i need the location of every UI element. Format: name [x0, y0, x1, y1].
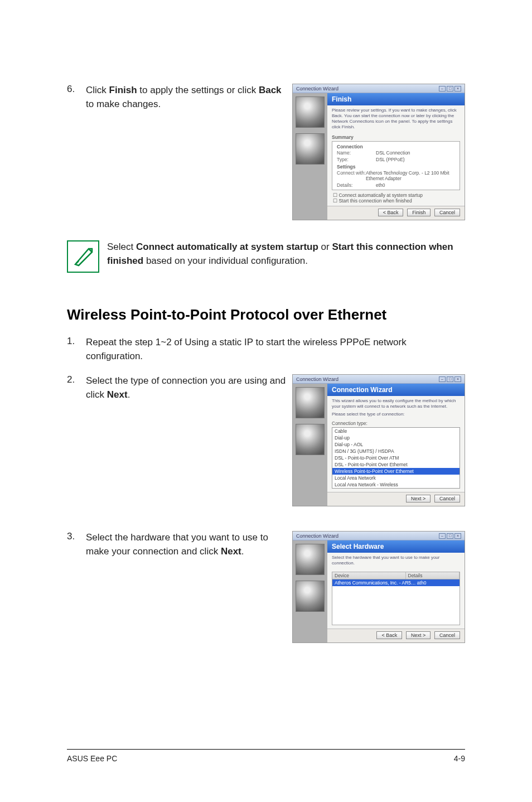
step-number: 6.	[67, 84, 86, 111]
step-number: 3.	[67, 531, 86, 558]
sidebar-image	[296, 387, 325, 418]
t: Finish	[109, 85, 137, 95]
next-button[interactable]: Next >	[406, 495, 431, 503]
list-item[interactable]: Dial-up - AOL	[332, 441, 460, 448]
t: .	[241, 546, 244, 557]
wizard-sidebar	[293, 384, 327, 506]
t: Next	[107, 389, 128, 400]
maximize-icon[interactable]: □	[447, 533, 453, 539]
group-settings: Settings	[332, 163, 460, 170]
window-title: Connection Wizard	[296, 86, 338, 91]
note-text: Select Connect automatically at system s…	[107, 240, 465, 268]
t: Connect automatically at system startup	[136, 241, 318, 252]
step-1-text: Repeat the step 1~2 of Using a static IP…	[86, 336, 465, 363]
footer-right: 4-9	[454, 754, 465, 763]
connectwith-value: Atheros Technology Corp. - L2 100 Mbit E…	[366, 170, 455, 181]
minimize-icon[interactable]: –	[439, 533, 446, 539]
back-button[interactable]: < Back	[378, 209, 404, 216]
col-details: Details	[406, 572, 460, 579]
close-icon[interactable]: ×	[454, 376, 461, 382]
cancel-button[interactable]: Cancel	[434, 209, 460, 216]
t: to make changes.	[86, 99, 161, 109]
window-titlebar: Connection Wizard – □ ×	[293, 375, 465, 384]
step-number: 2.	[67, 374, 86, 402]
hardware-device: Atheros Communications, Inc. - AR5… ath0	[332, 579, 460, 586]
group-summary: Summary	[327, 133, 465, 140]
minimize-icon[interactable]: –	[439, 376, 446, 382]
note-icon	[67, 240, 99, 273]
list-item[interactable]: Local Area Network	[332, 475, 460, 481]
checkbox-start-connection[interactable]: ☐ Start this connection when finished	[333, 198, 459, 204]
name-value: DSL Connection	[376, 150, 410, 156]
page-footer: ASUS Eee PC 4-9	[67, 749, 465, 763]
table-row-selected[interactable]: Atheros Communications, Inc. - AR5… ath0	[332, 579, 460, 586]
screenshot-connection-type: Connection Wizard – □ × Connection Wizar…	[292, 374, 465, 506]
next-button[interactable]: Next >	[406, 631, 431, 639]
wizard-sidebar	[293, 540, 327, 642]
wizard-description: Please review your settings. If you want…	[327, 105, 465, 133]
wizard-heading: Select Hardware	[327, 540, 465, 553]
t: This wizard allows you to easily configu…	[332, 398, 460, 409]
window-titlebar: Connection Wizard – □ ×	[293, 532, 465, 540]
step-6-text: Click Finish to apply the settings or cl…	[86, 84, 288, 111]
connection-type-label: Connection type:	[327, 421, 465, 426]
sidebar-image	[296, 544, 325, 575]
checkbox-auto-connect[interactable]: ☐ Connect automatically at system startu…	[333, 192, 459, 198]
t: Select	[107, 241, 136, 252]
list-item[interactable]: Local Area Network - Wireless	[332, 481, 460, 488]
maximize-icon[interactable]: □	[447, 86, 453, 91]
hardware-table-header: Device Details	[332, 572, 460, 579]
list-item-selected[interactable]: Wireless Point-to-Point Over Ethernet	[332, 468, 460, 475]
col-device: Device	[332, 572, 406, 579]
details-label: Details:	[337, 182, 376, 188]
details-value: eth0	[376, 182, 385, 188]
sidebar-image	[296, 581, 325, 612]
note-box: Select Connect automatically at system s…	[67, 240, 465, 273]
step-3-text: Select the hardware that you want to use…	[86, 531, 288, 558]
t: Start this connection when finished	[338, 198, 412, 204]
screenshot-finish: Connection Wizard – □ × Finish Please re…	[292, 84, 465, 220]
list-item[interactable]: Dial-up	[332, 434, 460, 441]
close-icon[interactable]: ×	[454, 86, 461, 91]
t: to apply the settings or click	[137, 85, 259, 95]
maximize-icon[interactable]: □	[447, 376, 453, 382]
list-item[interactable]: Cable	[332, 428, 460, 434]
wizard-description: Select the hardware that you want to use…	[327, 553, 465, 569]
t: Next	[221, 546, 241, 557]
finish-button[interactable]: Finish	[407, 209, 431, 216]
cancel-button[interactable]: Cancel	[434, 631, 460, 639]
t: Connect automatically at system startup	[338, 192, 423, 198]
back-button[interactable]: < Back	[376, 631, 402, 639]
t: .	[128, 389, 130, 400]
sidebar-image	[296, 96, 325, 128]
step-number: 1.	[67, 336, 86, 347]
minimize-icon[interactable]: –	[439, 86, 446, 91]
group-connection: Connection	[332, 143, 460, 149]
window-title: Connection Wizard	[296, 376, 338, 382]
wizard-heading: Finish	[327, 93, 465, 105]
name-label: Name:	[337, 150, 376, 156]
close-icon[interactable]: ×	[454, 533, 461, 539]
window-title: Connection Wizard	[296, 533, 338, 539]
list-item[interactable]: ISDN / 3G (UMTS) / HSDPA	[332, 448, 460, 455]
t: based on your individual configuration.	[143, 255, 308, 266]
section-heading: Wireless Point-to-Point Protocol over Et…	[67, 306, 465, 323]
wizard-heading: Connection Wizard	[327, 384, 465, 396]
cancel-button[interactable]: Cancel	[434, 495, 460, 503]
list-item[interactable]: DSL - Point-to-Point Over Ethernet	[332, 461, 460, 468]
hardware-list[interactable]: Atheros Communications, Inc. - AR5… ath0	[332, 579, 460, 625]
sidebar-image	[296, 424, 325, 455]
t: Back	[259, 85, 282, 95]
connection-type-list[interactable]: Cable Dial-up Dial-up - AOL ISDN / 3G (U…	[332, 427, 460, 489]
sidebar-image	[296, 133, 325, 165]
window-titlebar: Connection Wizard – □ ×	[293, 84, 465, 93]
step-2-text: Select the type of connection you are us…	[86, 374, 288, 402]
t: or	[318, 241, 332, 252]
screenshot-select-hardware: Connection Wizard – □ × Select Hardware …	[292, 531, 465, 643]
type-label: Type:	[337, 157, 376, 162]
list-item[interactable]: DSL - Point-to-Point Over ATM	[332, 455, 460, 461]
footer-left: ASUS Eee PC	[67, 754, 117, 763]
t: Please select the type of connection:	[332, 412, 460, 417]
type-value: DSL (PPPoE)	[376, 157, 405, 162]
t: Click	[86, 85, 109, 95]
